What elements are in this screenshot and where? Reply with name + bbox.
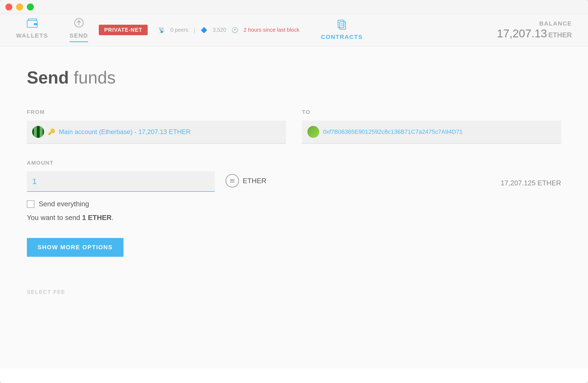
key-icon: 🔑 [48, 128, 55, 135]
send-summary-suffix: . [112, 214, 114, 222]
navbar: WALLETS SEND PRIVATE-NET 📡 0 peers | 🔷 [0, 14, 588, 46]
contracts-label: CONTRACTS [321, 34, 363, 41]
to-group: TO 0xf7B06365E9012592c8c136B71C7a2475c7A… [302, 109, 561, 144]
clock-icon: 🕐 [231, 27, 238, 33]
tab-wallets[interactable]: WALLETS [16, 19, 48, 41]
wallets-icon [27, 19, 38, 30]
send-everything-checkbox[interactable] [27, 200, 34, 208]
network-badge: PRIVATE-NET [99, 25, 147, 35]
available-balance: 17,207.125 ETHER [501, 179, 561, 187]
balance-amount: 17,207.13 [497, 27, 547, 40]
amount-section: AMOUNT ETHER 17,207.125 ETHER [27, 160, 561, 222]
from-account-text: Main account (Etherbase) - 17,207.13 ETH… [59, 128, 191, 136]
select-fee-heading: SELECT FEE [27, 289, 561, 295]
balance-label: BALANCE [497, 20, 572, 27]
to-avatar [307, 126, 319, 138]
balance-area: BALANCE 17,207.13 ETHER [497, 20, 572, 40]
contracts-icon [336, 20, 347, 31]
to-address-selector[interactable]: 0xf7B06365E9012592c8c136B71C7a2475c7A94D… [302, 121, 561, 144]
amount-input[interactable] [27, 171, 215, 192]
blocks-count: 3,520 [213, 27, 226, 33]
blocks-icon: 🔷 [201, 27, 207, 33]
minimize-button[interactable] [16, 3, 23, 10]
currency-label: ETHER [243, 177, 266, 185]
send-everything-row: Send everything [27, 200, 561, 208]
wallets-label: WALLETS [16, 32, 48, 39]
traffic-lights [5, 3, 34, 10]
from-group: FROM 🔑 Main account (Etherbase) - 17,207… [27, 109, 286, 144]
send-icon [74, 18, 84, 30]
balance-value: 17,207.13 ETHER [497, 27, 572, 40]
page-title: Send funds [27, 68, 561, 88]
send-summary-bold: 1 ETHER [82, 214, 112, 222]
to-address-text: 0xf7B06365E9012592c8c136B71C7a2475c7A94D… [323, 128, 463, 135]
amount-input-wrapper [27, 171, 215, 192]
svg-rect-1 [34, 23, 37, 25]
amount-row: ETHER 17,207.125 ETHER [27, 171, 561, 192]
from-label: FROM [27, 109, 286, 115]
from-avatar [32, 126, 44, 138]
show-more-options-button[interactable]: SHOW MORE OPTIONS [27, 238, 124, 257]
from-to-row: FROM 🔑 Main account (Etherbase) - 17,207… [27, 109, 561, 144]
nav-items: WALLETS SEND [16, 18, 88, 42]
from-account-selector[interactable]: 🔑 Main account (Etherbase) - 17,207.13 E… [27, 121, 286, 144]
currency-selector[interactable]: ETHER [226, 174, 266, 187]
tab-contracts[interactable]: CONTRACTS [321, 20, 363, 41]
send-summary: You want to send 1 ETHER. [27, 214, 561, 222]
amount-label: AMOUNT [27, 160, 561, 166]
titlebar [0, 0, 588, 14]
fullscreen-button[interactable] [27, 3, 34, 10]
send-label: SEND [70, 32, 88, 39]
currency-icon [226, 174, 239, 187]
peers-icon: 📡 [158, 27, 165, 33]
close-button[interactable] [5, 3, 12, 10]
page-title-bold: Send [27, 68, 69, 87]
send-summary-prefix: You want to send [27, 214, 82, 222]
to-label: TO [302, 109, 561, 115]
divider: | [194, 27, 195, 34]
app-window: WALLETS SEND PRIVATE-NET 📡 0 peers | 🔷 [0, 0, 588, 383]
page-title-rest: funds [69, 68, 115, 87]
last-block: 2 hours since last block [244, 27, 299, 33]
main-content: Send funds FROM 🔑 Main account (Etherbas… [0, 46, 588, 368]
balance-currency: ETHER [548, 31, 572, 39]
network-status: 📡 0 peers | 🔷 3,520 🕐 2 hours since last… [158, 27, 299, 34]
send-everything-label: Send everything [39, 200, 89, 208]
peers-count: 0 peers [170, 27, 188, 33]
tab-send[interactable]: SEND [70, 18, 88, 42]
